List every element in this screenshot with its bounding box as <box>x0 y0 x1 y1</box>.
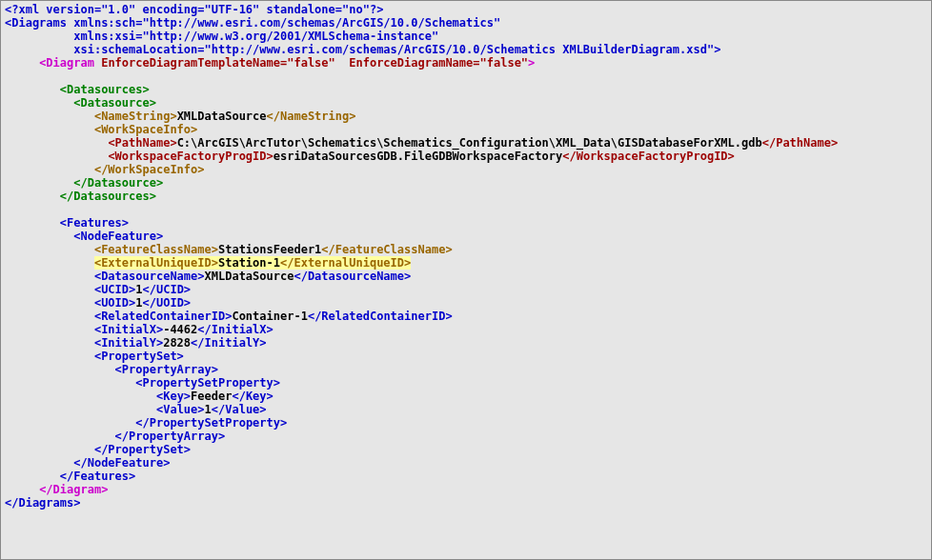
diagram-attr-1: EnforceDiagramTemplateName="false" <box>101 56 335 70</box>
xml-declaration: <?xml version="1.0" encoding="UTF-16" st… <box>5 3 383 16</box>
psp-close: </PropertySetProperty> <box>135 416 287 430</box>
wfp-close: </WorkspaceFactoryProgID> <box>562 150 735 163</box>
fcn-value: StationsFeeder1 <box>218 243 321 256</box>
datasource-open: <Datasource> <box>73 96 156 110</box>
euid-value: Station-1 <box>218 256 280 270</box>
uoid-open: <UOID> <box>94 296 135 310</box>
highlighted-line: <ExternalUniqueID>Station-1</ExternalUni… <box>94 256 411 270</box>
namestring-open: <NameString> <box>94 110 177 123</box>
rcid-value: Container-1 <box>232 310 307 323</box>
pathname-close: </PathName> <box>762 136 838 150</box>
fcn-open: <FeatureClassName> <box>94 243 218 256</box>
xmlns-xsi: xmlns:xsi="http://www.w3.org/2001/XMLSch… <box>73 30 438 43</box>
datasources-close: </Datasources> <box>60 190 156 203</box>
iy-close: </InitialY> <box>191 336 266 350</box>
wfp-value: esriDataSourcesGDB.FileGDBWorkspaceFacto… <box>274 150 562 163</box>
pathname-open: <PathName> <box>108 136 176 150</box>
ix-value: -4462 <box>163 323 197 336</box>
schema-location: xsi:schemaLocation="http://www.esri.com/… <box>73 43 720 56</box>
dsn-value: XMLDataSource <box>205 270 294 283</box>
namestring-value: XMLDataSource <box>177 110 267 123</box>
dsn-open: <DatasourceName> <box>94 270 205 283</box>
datasources-open: <Datasources> <box>60 83 150 96</box>
wfp-open: <WorkspaceFactoryProgID> <box>108 150 273 163</box>
uoid-value: 1 <box>135 296 142 310</box>
euid-close: </ExternalUniqueID> <box>280 256 411 270</box>
fcn-close: </FeatureClassName> <box>321 243 452 256</box>
features-close: </Features> <box>60 470 135 483</box>
features-open: <Features> <box>60 216 129 230</box>
diagram-attr-2: EnforceDiagramName="false" <box>349 56 528 70</box>
nodefeature-open: <NodeFeature> <box>73 230 163 243</box>
rcid-close: </RelatedContainerID> <box>308 310 453 323</box>
ucid-open: <UCID> <box>94 283 135 296</box>
key-open: <Key> <box>156 390 191 403</box>
nodefeature-close: </NodeFeature> <box>73 456 170 470</box>
workspaceinfo-close: </WorkSpaceInfo> <box>94 163 205 176</box>
diagrams-close: </Diagrams> <box>5 496 80 510</box>
val-close: </Value> <box>212 403 267 416</box>
uoid-close: </UOID> <box>143 296 192 310</box>
ix-open: <InitialX> <box>94 323 163 336</box>
ucid-value: 1 <box>135 283 142 296</box>
diagrams-open: <Diagrams xmlns:sch="http://www.esri.com… <box>5 16 500 30</box>
ix-close: </InitialX> <box>197 323 273 336</box>
ucid-close: </UCID> <box>143 283 192 296</box>
dsn-close: </DatasourceName> <box>294 270 411 283</box>
pa-close: </PropertyArray> <box>115 430 226 443</box>
ps-open: <PropertySet> <box>94 350 184 363</box>
val-value: 1 <box>205 403 212 416</box>
pa-open: <PropertyArray> <box>115 363 218 376</box>
key-close: </Key> <box>232 390 273 403</box>
xml-code-block: <?xml version="1.0" encoding="UTF-16" st… <box>1 1 931 511</box>
ps-close: </PropertySet> <box>94 443 191 456</box>
iy-value: 2828 <box>163 336 191 350</box>
diagram-close: </Diagram> <box>39 483 108 496</box>
pathname-value: C:\ArcGIS\ArcTutor\Schematics\Schematics… <box>177 136 762 150</box>
iy-open: <InitialY> <box>94 336 163 350</box>
namestring-close: </NameString> <box>267 110 356 123</box>
rcid-open: <RelatedContainerID> <box>94 310 233 323</box>
datasource-close: </Datasource> <box>73 176 163 190</box>
workspaceinfo-open: <WorkSpaceInfo> <box>94 123 197 136</box>
diagram-open: <Diagram <box>39 56 94 70</box>
val-open: <Value> <box>156 403 205 416</box>
psp-open: <PropertySetProperty> <box>135 376 280 390</box>
key-value: Feeder <box>191 390 232 403</box>
euid-open: <ExternalUniqueID> <box>94 256 218 270</box>
